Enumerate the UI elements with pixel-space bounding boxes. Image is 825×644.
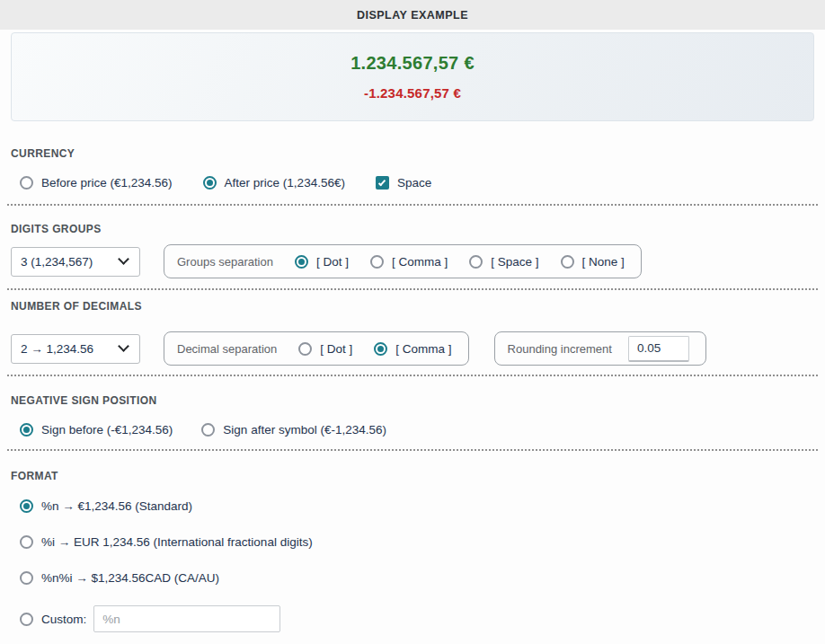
radio-icon xyxy=(203,176,217,190)
digits-groups-dropdown[interactable]: 3 (1,234,567) xyxy=(11,247,140,277)
decimals-row: 2 → 1,234.56 Decimal separation [ Dot ] … xyxy=(11,331,825,366)
radio-label: %i → EUR 1,234.56 (International fractio… xyxy=(41,535,313,549)
radio-icon xyxy=(298,342,312,356)
radio-icon xyxy=(20,535,33,549)
radio-format-ca-au[interactable]: %n%i → $1,234.56CAD (CA/AU) xyxy=(20,571,219,585)
divider xyxy=(7,449,818,451)
radio-label: Custom: xyxy=(41,613,86,626)
radio-label: %n%i → $1,234.56CAD (CA/AU) xyxy=(41,571,219,585)
radio-decimal-comma[interactable]: [ Comma ] xyxy=(374,342,451,356)
radio-label: Before price (€1,234.56) xyxy=(41,176,173,190)
checkbox-icon xyxy=(376,176,389,190)
radio-icon xyxy=(370,255,384,269)
rounding-increment-input[interactable] xyxy=(628,336,689,362)
radio-groups-dot[interactable]: [ Dot ] xyxy=(295,255,349,269)
format-international-row: %i → EUR 1,234.56 (International fractio… xyxy=(20,535,825,549)
currency-options-row: Before price (€1,234.56) After price (1,… xyxy=(20,176,825,190)
chevron-down-icon xyxy=(118,340,129,352)
radio-sign-after-symbol[interactable]: Sign after symbol (€-1,234.56) xyxy=(201,423,386,437)
divider xyxy=(7,375,818,376)
radio-icon xyxy=(20,571,33,585)
group-label: Decimal separation xyxy=(177,342,277,356)
radio-label: Sign after symbol (€-1,234.56) xyxy=(223,423,386,437)
radio-label: Sign before (-€1,234.56) xyxy=(41,423,173,437)
custom-format-input[interactable] xyxy=(93,605,280,632)
negative-amount-example: -1.234.567,57 € xyxy=(364,85,461,101)
decimals-dropdown[interactable]: 2 → 1,234.56 xyxy=(11,334,140,364)
radio-format-international[interactable]: %i → EUR 1,234.56 (International fractio… xyxy=(20,535,313,549)
radio-label: [ Dot ] xyxy=(320,342,352,356)
radio-icon xyxy=(374,342,387,356)
positive-amount-example: 1.234.567,57 € xyxy=(350,53,475,74)
radio-label: After price (1,234.56€) xyxy=(225,176,345,190)
radio-icon xyxy=(20,499,33,513)
radio-icon xyxy=(561,255,574,269)
group-label: Rounding increment xyxy=(508,342,612,356)
dropdown-value: 2 → 1,234.56 xyxy=(21,342,93,356)
check-icon xyxy=(378,178,386,186)
format-custom-row: Custom: xyxy=(20,605,825,632)
radio-format-custom[interactable]: Custom: xyxy=(20,613,86,626)
decimal-separation-box: Decimal separation [ Dot ] [ Comma ] xyxy=(164,331,469,366)
radio-label: [ Comma ] xyxy=(395,342,451,356)
dropdown-value: 3 (1,234,567) xyxy=(21,255,93,269)
radio-icon xyxy=(20,613,33,626)
radio-icon xyxy=(20,176,33,190)
currency-section-title: CURRENCY xyxy=(11,147,825,160)
radio-label: [ Space ] xyxy=(491,255,538,269)
checkbox-space[interactable]: Space xyxy=(376,176,431,190)
checkbox-label: Space xyxy=(397,176,431,190)
format-ca-au-row: %n%i → $1,234.56CAD (CA/AU) xyxy=(20,571,825,585)
group-label: Groups separation xyxy=(177,255,273,269)
radio-groups-space[interactable]: [ Space ] xyxy=(469,255,538,269)
negative-sign-row: Sign before (-€1,234.56) Sign after symb… xyxy=(20,423,825,437)
digits-groups-section-title: DIGITS GROUPS xyxy=(11,223,825,235)
digits-groups-row: 3 (1,234,567) Groups separation [ Dot ] … xyxy=(11,244,825,278)
radio-decimal-dot[interactable]: [ Dot ] xyxy=(298,342,352,356)
format-standard-row: %n → €1,234.56 (Standard) xyxy=(20,499,825,513)
radio-icon xyxy=(295,255,308,269)
radio-label: [ None ] xyxy=(582,255,625,269)
radio-groups-none[interactable]: [ None ] xyxy=(561,255,625,269)
page-title: DISPLAY EXAMPLE xyxy=(357,9,468,22)
radio-sign-before[interactable]: Sign before (-€1,234.56) xyxy=(20,423,173,437)
groups-separation-box: Groups separation [ Dot ] [ Comma ] [ Sp… xyxy=(164,244,642,278)
radio-label: [ Comma ] xyxy=(392,255,448,269)
radio-label: %n → €1,234.56 (Standard) xyxy=(41,499,192,513)
radio-groups-comma[interactable]: [ Comma ] xyxy=(370,255,448,269)
decimals-section-title: NUMBER OF DECIMALS xyxy=(11,300,825,313)
radio-after-price[interactable]: After price (1,234.56€) xyxy=(203,176,345,190)
radio-before-price[interactable]: Before price (€1,234.56) xyxy=(20,176,173,190)
radio-icon xyxy=(201,423,215,437)
negative-sign-section-title: NEGATIVE SIGN POSITION xyxy=(11,394,825,407)
divider xyxy=(7,288,818,290)
radio-format-standard[interactable]: %n → €1,234.56 (Standard) xyxy=(20,499,192,513)
format-section-title: FORMAT xyxy=(11,470,825,482)
topbar: DISPLAY EXAMPLE xyxy=(0,0,825,30)
radio-icon xyxy=(20,423,33,437)
preview-card: 1.234.567,57 € -1.234.567,57 € xyxy=(11,32,814,121)
radio-label: [ Dot ] xyxy=(316,255,349,269)
divider xyxy=(7,204,818,206)
chevron-down-icon xyxy=(118,253,129,265)
rounding-increment-box: Rounding increment xyxy=(494,331,706,366)
radio-icon xyxy=(469,255,483,269)
